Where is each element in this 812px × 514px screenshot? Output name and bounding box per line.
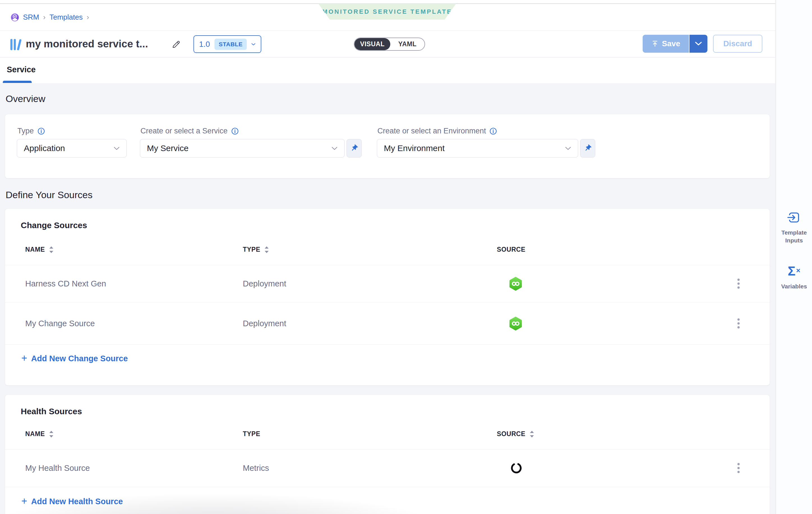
- define-sources-heading: Define Your Sources: [5, 178, 770, 201]
- info-icon[interactable]: [489, 127, 497, 135]
- toggle-yaml[interactable]: YAML: [390, 38, 425, 50]
- edit-title-button[interactable]: [170, 39, 181, 50]
- info-icon[interactable]: [37, 127, 45, 135]
- chevron-down-icon: [565, 147, 571, 150]
- row-menu-button[interactable]: [733, 276, 744, 292]
- plus-icon: +: [21, 496, 27, 506]
- template-inputs-icon: [787, 211, 801, 225]
- table-row-my-health-source[interactable]: My Health Source Metrics: [5, 450, 770, 487]
- pin-service-button[interactable]: [347, 139, 362, 157]
- template-inputs-tool[interactable]: Template Inputs: [776, 211, 812, 245]
- discard-button[interactable]: Discard: [713, 35, 762, 53]
- plus-icon: +: [21, 353, 27, 363]
- type-field-label: Type: [18, 127, 34, 135]
- row-menu-button[interactable]: [733, 315, 744, 331]
- service-select[interactable]: My Service: [140, 139, 345, 157]
- change-sources-table-header: NAME TYPE: [5, 246, 770, 257]
- save-button[interactable]: Save: [643, 35, 689, 53]
- harness-cd-icon: [509, 277, 523, 291]
- row-name: Harness CD Next Gen: [25, 279, 106, 289]
- environment-select[interactable]: My Environment: [377, 139, 578, 157]
- visual-yaml-toggle: VISUAL YAML: [354, 37, 425, 51]
- appdynamics-icon: [510, 462, 523, 475]
- column-header-type: TYPE: [243, 430, 260, 438]
- version-stable-badge: STABLE: [214, 39, 247, 50]
- breadcrumb-chevron-icon: ›: [43, 13, 46, 22]
- chevron-down-icon: [114, 147, 120, 150]
- page-title: my monitored service t...: [26, 38, 148, 50]
- chevron-down-icon: [331, 147, 338, 150]
- table-row-harness-cd[interactable]: Harness CD Next Gen Deployment: [5, 265, 770, 302]
- title-bar: my monitored service t... 1.0 STABLE VIS…: [0, 31, 775, 57]
- breadcrumb-link-srm[interactable]: SRM: [23, 13, 39, 22]
- overview-card: Type Application: [5, 114, 770, 178]
- row-menu-button[interactable]: [733, 460, 744, 476]
- add-health-source-label: Add New Health Source: [31, 497, 123, 506]
- add-change-source-label: Add New Change Source: [31, 354, 128, 363]
- sort-name-button[interactable]: [49, 430, 54, 438]
- row-name: My Change Source: [25, 319, 95, 328]
- toggle-visual[interactable]: VISUAL: [354, 38, 390, 50]
- environment-select-value: My Environment: [384, 144, 445, 153]
- breadcrumb-link-templates[interactable]: Templates: [49, 13, 83, 22]
- table-row-my-change-source[interactable]: My Change Source Deployment: [5, 303, 770, 344]
- type-select[interactable]: Application: [17, 139, 127, 157]
- variables-tool[interactable]: Σ× Variables: [776, 265, 812, 290]
- column-header-source: SOURCE: [497, 246, 525, 253]
- srm-module-icon: [11, 13, 19, 22]
- row-name: My Health Source: [25, 463, 90, 473]
- column-header-source: SOURCE: [497, 430, 525, 438]
- change-sources-title: Change Sources: [21, 220, 87, 230]
- column-header-name: NAME: [25, 430, 45, 438]
- save-options-button[interactable]: [689, 35, 707, 53]
- template-library-icon: [9, 37, 24, 53]
- version-selector[interactable]: 1.0 STABLE: [194, 35, 261, 53]
- column-header-type: TYPE: [243, 246, 260, 253]
- template-type-ribbon-label: MONITORED SERVICE TEMPLATE: [322, 8, 452, 16]
- save-split-button: Save: [643, 35, 707, 53]
- row-divider: [5, 487, 770, 487]
- sort-source-button[interactable]: [529, 430, 534, 438]
- pin-environment-button[interactable]: [580, 139, 595, 157]
- chevron-down-icon: [251, 42, 256, 46]
- row-type: Deployment: [243, 319, 286, 328]
- version-number: 1.0: [199, 40, 210, 49]
- sort-name-button[interactable]: [49, 246, 54, 253]
- sort-icon: [49, 246, 54, 253]
- save-button-label: Save: [662, 39, 680, 48]
- variables-label: Variables: [780, 282, 808, 290]
- health-sources-table-header: NAME TYPE SOURCE: [5, 430, 770, 442]
- upload-icon: [651, 40, 659, 48]
- health-sources-card: Health Sources NAME TYPE SO: [5, 395, 770, 514]
- variables-icon: Σ×: [788, 265, 801, 279]
- row-divider: [5, 344, 770, 345]
- change-sources-card: Change Sources NAME TYPE: [5, 209, 770, 385]
- srm-template-editor-page: SRM › Templates › MONITORED SERVICE TEMP…: [0, 0, 812, 514]
- harness-cd-icon: [509, 316, 523, 330]
- service-field-label: Create or select a Service: [141, 127, 228, 135]
- right-tool-rail: Template Inputs Σ× Variables: [776, 0, 812, 514]
- chevron-down-icon: [695, 41, 702, 46]
- active-tab-underline: [3, 81, 32, 83]
- breadcrumb-chevron-icon: ›: [87, 13, 89, 22]
- row-type: Metrics: [243, 463, 269, 473]
- health-sources-title: Health Sources: [21, 407, 82, 416]
- sort-icon: [49, 430, 54, 438]
- column-header-name: NAME: [25, 246, 45, 253]
- template-inputs-label: Template Inputs: [780, 229, 808, 245]
- add-health-source-button[interactable]: + Add New Health Source: [21, 497, 123, 506]
- type-select-value: Application: [24, 144, 65, 153]
- pin-icon: [583, 144, 592, 152]
- sort-icon: [264, 246, 269, 253]
- template-type-ribbon: MONITORED SERVICE TEMPLATE: [311, 4, 464, 20]
- info-icon[interactable]: [231, 127, 239, 135]
- tab-bar: Service: [0, 57, 775, 83]
- tab-service[interactable]: Service: [7, 65, 36, 74]
- pin-icon: [350, 144, 358, 152]
- environment-field-label: Create or select an Environment: [377, 127, 486, 135]
- content-area: Overview Type Application: [0, 83, 775, 514]
- top-strip: [0, 0, 775, 3]
- sort-type-button[interactable]: [264, 246, 269, 253]
- add-change-source-button[interactable]: + Add New Change Source: [21, 354, 128, 363]
- main-column: SRM › Templates › MONITORED SERVICE TEMP…: [0, 0, 776, 514]
